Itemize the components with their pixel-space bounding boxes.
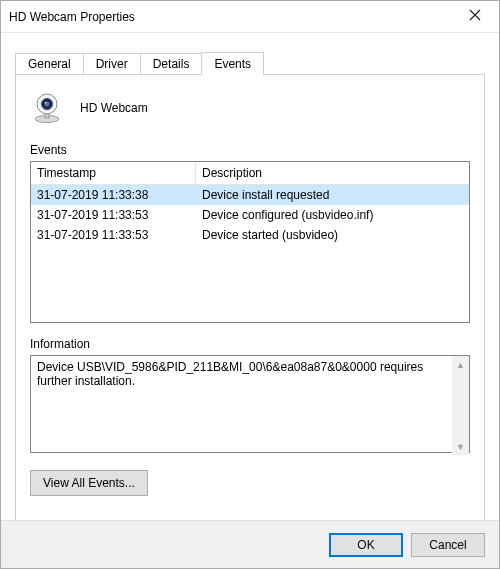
information-label: Information [30, 337, 470, 351]
title-bar: HD Webcam Properties [1, 1, 499, 33]
event-description: Device started (usbvideo) [196, 227, 469, 243]
cancel-button[interactable]: Cancel [411, 533, 485, 557]
device-header: HD Webcam [30, 91, 470, 125]
tab-details[interactable]: Details [140, 53, 203, 74]
ok-button[interactable]: OK [329, 533, 403, 557]
col-description[interactable]: Description [196, 162, 469, 185]
event-row[interactable]: 31-07-2019 11:33:38 Device install reque… [31, 185, 469, 205]
event-timestamp: 31-07-2019 11:33:38 [31, 187, 196, 203]
view-all-events-button[interactable]: View All Events... [30, 470, 148, 496]
scroll-up-icon: ▲ [452, 356, 469, 373]
event-row[interactable]: 31-07-2019 11:33:53 Device configured (u… [31, 205, 469, 225]
events-rows: 31-07-2019 11:33:38 Device install reque… [31, 185, 469, 322]
info-scrollbar[interactable]: ▲ ▼ [452, 356, 469, 455]
event-description: Device install requested [196, 187, 469, 203]
tab-strip: General Driver Details Events [15, 51, 485, 74]
scroll-down-icon: ▼ [452, 438, 469, 455]
col-timestamp[interactable]: Timestamp [31, 162, 196, 185]
events-list[interactable]: Timestamp Description 31-07-2019 11:33:3… [30, 161, 470, 323]
events-label: Events [30, 143, 470, 157]
event-timestamp: 31-07-2019 11:33:53 [31, 207, 196, 223]
window-title: HD Webcam Properties [9, 10, 455, 24]
webcam-icon [30, 91, 64, 125]
tab-driver[interactable]: Driver [83, 53, 141, 74]
dialog-footer: OK Cancel [1, 520, 499, 568]
svg-point-5 [45, 102, 47, 104]
event-row[interactable]: 31-07-2019 11:33:53 Device started (usbv… [31, 225, 469, 245]
events-header: Timestamp Description [31, 162, 469, 185]
close-button[interactable] [455, 3, 495, 31]
information-text[interactable] [30, 355, 470, 453]
information-wrap: ▲ ▼ [30, 355, 470, 456]
event-timestamp: 31-07-2019 11:33:53 [31, 227, 196, 243]
device-name: HD Webcam [80, 101, 148, 115]
close-icon [469, 9, 481, 24]
event-description: Device configured (usbvideo.inf) [196, 207, 469, 223]
content-area: General Driver Details Events HD Webcam … [1, 33, 499, 539]
tab-general[interactable]: General [15, 53, 84, 74]
tab-events[interactable]: Events [201, 52, 264, 75]
tab-panel-events: HD Webcam Events Timestamp Description 3… [15, 74, 485, 539]
